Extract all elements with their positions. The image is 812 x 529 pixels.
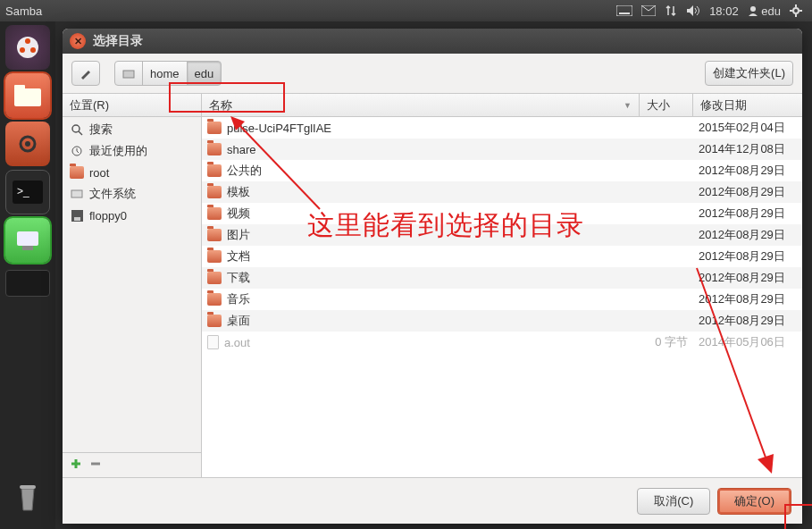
- dialog-titlebar[interactable]: ✕ 选择目录: [63, 29, 802, 54]
- folder-icon: [207, 315, 222, 327]
- user-name: edu: [761, 4, 781, 18]
- file-row[interactable]: 视频2012年08月29日: [202, 203, 802, 224]
- column-name[interactable]: 名称▼: [202, 94, 640, 116]
- keyboard-icon[interactable]: [616, 5, 632, 16]
- svg-point-4: [793, 8, 799, 13]
- dialog-toolbar: home edu 创建文件夹(L): [63, 54, 802, 93]
- svg-point-23: [72, 125, 80, 132]
- file-row[interactable]: 音乐2012年08月29日: [202, 289, 802, 310]
- file-name: 音乐: [227, 291, 250, 307]
- column-size[interactable]: 大小: [640, 94, 693, 116]
- file-row[interactable]: 模板2012年08月29日: [202, 181, 802, 203]
- ok-button[interactable]: 确定(O): [717, 488, 791, 515]
- launcher-terminal[interactable]: >_: [5, 170, 50, 214]
- file-name: a.out: [224, 336, 250, 349]
- svg-rect-0: [616, 5, 632, 16]
- svg-line-24: [79, 131, 82, 135]
- svg-point-10: [25, 38, 30, 44]
- path-segment-home[interactable]: home: [142, 61, 188, 86]
- sidebar-item-filesystem[interactable]: 文件系统: [63, 183, 201, 205]
- sidebar-item-label: 文件系统: [89, 186, 136, 202]
- file-list: 名称▼ 大小 修改日期 pulse-UciP4FTglIAE2015年02月04…: [202, 94, 802, 477]
- sort-indicator-icon: ▼: [624, 101, 632, 110]
- file-row[interactable]: share2014年12月08日: [202, 139, 802, 160]
- file-date: 2015年02月04日: [693, 120, 802, 136]
- places-sidebar: 位置(R) 搜索 最近使用的 root 文件系统 floppy0: [63, 94, 202, 477]
- file-name: 图片: [227, 227, 250, 243]
- unity-launcher: >_: [0, 21, 55, 529]
- launcher-workspace[interactable]: [5, 270, 50, 297]
- file-date: 2012年08月29日: [693, 313, 802, 329]
- close-icon[interactable]: ✕: [70, 33, 86, 49]
- svg-point-11: [20, 47, 25, 53]
- file-size: 0 字节: [640, 334, 693, 350]
- file-row[interactable]: pulse-UciP4FTglIAE2015年02月04日: [202, 117, 802, 139]
- dialog-footer: 取消(C) 确定(O): [63, 477, 802, 524]
- user-menu[interactable]: edu: [748, 4, 781, 18]
- path-root-button[interactable]: [114, 61, 143, 86]
- create-folder-button[interactable]: 创建文件夹(L): [705, 61, 793, 86]
- file-row[interactable]: a.out0 字节2014年05月06日: [202, 332, 802, 353]
- file-row[interactable]: 文档2012年08月29日: [202, 246, 802, 267]
- column-date[interactable]: 修改日期: [693, 94, 802, 116]
- folder-icon: [207, 293, 222, 306]
- file-list-body[interactable]: pulse-UciP4FTglIAE2015年02月04日share2014年1…: [202, 117, 802, 477]
- sidebar-item-label: root: [89, 166, 109, 180]
- file-name: pulse-UciP4FTglIAE: [227, 122, 331, 135]
- edit-path-button[interactable]: [71, 61, 100, 86]
- file-row[interactable]: 公共的2012年08月29日: [202, 160, 802, 181]
- file-name: 视频: [227, 206, 250, 222]
- remove-bookmark-icon[interactable]: [89, 458, 102, 474]
- file-date: 2012年08月29日: [693, 270, 802, 286]
- file-date: 2012年08月29日: [693, 163, 802, 179]
- file-name: 公共的: [227, 163, 262, 179]
- sidebar-item-search[interactable]: 搜索: [63, 119, 201, 140]
- folder-icon: [207, 143, 222, 155]
- sidebar-item-label: 最近使用的: [89, 143, 147, 159]
- cancel-button[interactable]: 取消(C): [637, 488, 710, 515]
- file-row[interactable]: 图片2012年08月29日: [202, 224, 802, 246]
- file-row[interactable]: 下载2012年08月29日: [202, 267, 802, 289]
- sidebar-item-label: 搜索: [89, 122, 113, 138]
- file-name: 模板: [227, 184, 250, 200]
- clock[interactable]: 18:02: [709, 4, 739, 18]
- launcher-samba[interactable]: [5, 218, 50, 263]
- file-date: 2014年12月08日: [693, 141, 802, 157]
- sidebar-footer: [63, 452, 201, 477]
- path-bar: home edu: [114, 61, 222, 86]
- launcher-settings[interactable]: [5, 122, 50, 166]
- path-segment-edu[interactable]: edu: [187, 61, 222, 86]
- floppy-icon: [70, 208, 84, 223]
- gear-icon[interactable]: [790, 4, 802, 17]
- svg-rect-19: [17, 231, 38, 246]
- sidebar-list: 搜索 最近使用的 root 文件系统 floppy0: [63, 117, 201, 452]
- app-title: Samba: [5, 4, 42, 18]
- folder-icon: [207, 186, 222, 198]
- file-date: 2012年08月29日: [693, 184, 802, 200]
- search-icon: [70, 122, 84, 137]
- svg-rect-21: [20, 485, 36, 489]
- svg-rect-13: [14, 88, 41, 106]
- svg-point-12: [30, 47, 36, 53]
- file-name: 桌面: [227, 313, 250, 329]
- file-row[interactable]: 桌面2012年08月29日: [202, 310, 802, 332]
- svg-point-3: [750, 6, 756, 12]
- recent-icon: [70, 144, 84, 158]
- sidebar-item-recent[interactable]: 最近使用的: [63, 140, 201, 162]
- volume-icon[interactable]: [686, 4, 700, 17]
- network-icon[interactable]: [665, 4, 677, 17]
- sidebar-item-root[interactable]: root: [63, 162, 201, 183]
- sidebar-item-floppy[interactable]: floppy0: [63, 205, 201, 226]
- svg-rect-20: [22, 246, 33, 250]
- drive-icon: [70, 187, 84, 201]
- file-chooser-dialog: ✕ 选择目录 home edu 创建文件夹(L) 位置(R) 搜索 最近使用的 …: [63, 29, 802, 524]
- folder-icon: [207, 207, 222, 220]
- launcher-files[interactable]: [5, 73, 50, 118]
- folder-icon: [70, 165, 84, 180]
- launcher-trash[interactable]: [5, 475, 50, 520]
- add-bookmark-icon[interactable]: [70, 458, 82, 474]
- sidebar-item-label: floppy0: [89, 209, 127, 223]
- mail-icon[interactable]: [641, 5, 656, 16]
- file-date: 2012年08月29日: [693, 248, 802, 264]
- launcher-dash[interactable]: [5, 25, 50, 70]
